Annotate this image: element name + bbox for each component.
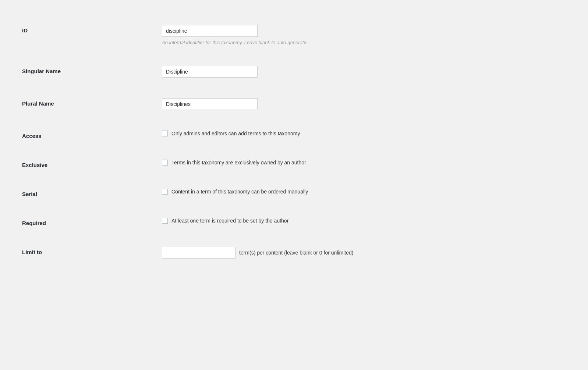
limit-to-field: term(s) per content (leave blank or 0 fo… — [162, 247, 566, 259]
id-input[interactable] — [162, 25, 258, 37]
limit-to-label: Limit to — [22, 247, 162, 255]
limit-to-row: Limit to term(s) per content (leave blan… — [22, 236, 566, 269]
serial-field: Content in a term of this taxonomy can b… — [162, 189, 566, 195]
serial-label: Serial — [22, 189, 162, 197]
required-checkbox-label: At least one term is required to be set … — [171, 218, 288, 224]
singular-name-row: Singular Name — [22, 56, 566, 88]
serial-row: Serial Content in a term of this taxonom… — [22, 178, 566, 207]
serial-checkbox[interactable] — [162, 189, 168, 195]
id-field: An internal identifier for this taxonomy… — [162, 25, 566, 45]
singular-name-field — [162, 66, 566, 78]
id-hint: An internal identifier for this taxonomy… — [162, 40, 566, 45]
limit-to-input[interactable] — [162, 247, 235, 259]
exclusive-row: Exclusive Terms in this taxonomy are exc… — [22, 149, 566, 178]
required-checkbox-row: At least one term is required to be set … — [162, 218, 566, 224]
id-row: ID An internal identifier for this taxon… — [22, 15, 566, 56]
id-label: ID — [22, 25, 162, 33]
access-checkbox-row: Only admins and editors can add terms to… — [162, 131, 566, 136]
exclusive-checkbox[interactable] — [162, 160, 168, 166]
required-field: At least one term is required to be set … — [162, 218, 566, 224]
required-label: Required — [22, 218, 162, 226]
access-field: Only admins and editors can add terms to… — [162, 131, 566, 136]
access-checkbox-label: Only admins and editors can add terms to… — [171, 131, 300, 136]
exclusive-checkbox-label: Terms in this taxonomy are exclusively o… — [171, 160, 306, 166]
required-checkbox[interactable] — [162, 218, 168, 224]
exclusive-label: Exclusive — [22, 160, 162, 168]
singular-name-label: Singular Name — [22, 66, 162, 74]
limit-to-input-row: term(s) per content (leave blank or 0 fo… — [162, 247, 566, 259]
plural-name-label: Plural Name — [22, 98, 162, 107]
access-row: Access Only admins and editors can add t… — [22, 120, 566, 149]
serial-checkbox-row: Content in a term of this taxonomy can b… — [162, 189, 566, 195]
serial-checkbox-label: Content in a term of this taxonomy can b… — [171, 189, 308, 195]
singular-name-input[interactable] — [162, 66, 258, 78]
access-label: Access — [22, 131, 162, 139]
limit-to-suffix: term(s) per content (leave blank or 0 fo… — [239, 250, 353, 256]
exclusive-checkbox-row: Terms in this taxonomy are exclusively o… — [162, 160, 566, 166]
access-checkbox[interactable] — [162, 131, 168, 136]
plural-name-input[interactable] — [162, 98, 258, 110]
plural-name-field — [162, 98, 566, 110]
plural-name-row: Plural Name — [22, 88, 566, 120]
exclusive-field: Terms in this taxonomy are exclusively o… — [162, 160, 566, 166]
required-row: Required At least one term is required t… — [22, 207, 566, 236]
